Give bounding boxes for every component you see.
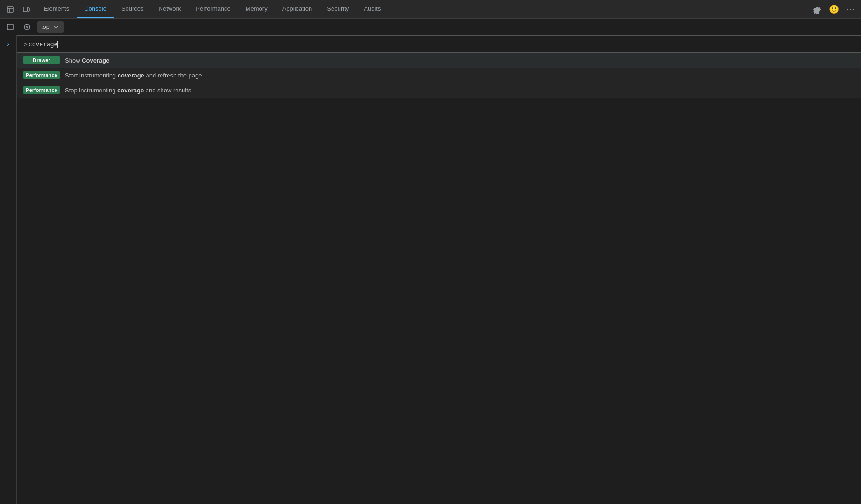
console-input-container: > coverage Drawer Show Coverage [17, 35, 861, 53]
console-prompt: > [24, 41, 28, 48]
tab-elements[interactable]: Elements [36, 0, 77, 18]
autocomplete-bold-2: coverage [117, 87, 144, 94]
left-sidebar: › [0, 35, 17, 504]
tab-application[interactable]: Application [275, 0, 320, 18]
svg-rect-3 [7, 24, 13, 30]
tab-performance[interactable]: Performance [188, 0, 238, 18]
svg-rect-2 [28, 8, 29, 11]
tab-memory[interactable]: Memory [238, 0, 275, 18]
tab-console[interactable]: Console [77, 0, 114, 18]
clear-console-btn[interactable] [21, 21, 34, 34]
inspect-icon-btn[interactable] [4, 3, 17, 16]
tabs-container: Elements Console Sources Network Perform… [36, 0, 388, 18]
context-value: top [41, 23, 49, 30]
svg-rect-1 [23, 7, 27, 12]
console-area: > coverage Drawer Show Coverage [17, 35, 861, 504]
autocomplete-desc-2: Stop instrumenting coverage and show res… [65, 87, 191, 94]
tab-security[interactable]: Security [319, 0, 356, 18]
settings-button[interactable] [811, 3, 824, 16]
autocomplete-desc-1: Start instrumenting coverage and refresh… [65, 72, 202, 79]
badge-performance-1: Performance [23, 71, 60, 79]
device-icon-btn[interactable] [20, 3, 33, 16]
autocomplete-item-1[interactable]: Performance Start instrumenting coverage… [17, 68, 861, 83]
drawer-toggle-icon [7, 23, 14, 31]
tab-network[interactable]: Network [151, 0, 189, 18]
console-input-display: > coverage [17, 35, 861, 53]
autocomplete-bold-1: coverage [118, 72, 144, 79]
devtools-icons [4, 3, 33, 16]
console-input-row: > coverage Drawer Show Coverage [17, 35, 861, 53]
cursor [57, 41, 58, 48]
emoji-button[interactable]: 🙂 [827, 3, 840, 16]
context-selector[interactable]: top [37, 21, 64, 33]
autocomplete-item-0[interactable]: Drawer Show Coverage [17, 53, 861, 68]
autocomplete-dropdown: Drawer Show Coverage Performance Start i… [17, 53, 861, 98]
main-content: › > coverage Drawer Show Coverage [0, 35, 861, 504]
gear-icon [813, 5, 821, 14]
more-icon: ⋯ [847, 4, 855, 14]
autocomplete-desc-0: Show Coverage [65, 57, 109, 64]
device-icon [22, 6, 30, 13]
autocomplete-item-2[interactable]: Performance Stop instrumenting coverage … [17, 83, 861, 98]
emoji-icon: 🙂 [829, 4, 839, 14]
svg-rect-0 [7, 7, 13, 12]
console-toolbar: top [0, 19, 861, 35]
tab-bar-right: 🙂 ⋯ [811, 3, 857, 16]
badge-performance-2: Performance [23, 86, 60, 94]
console-input-text: coverage [28, 41, 58, 48]
tab-audits[interactable]: Audits [356, 0, 388, 18]
expand-sidebar-btn[interactable]: › [4, 39, 13, 49]
inspect-icon [7, 6, 14, 13]
autocomplete-bold-0: Coverage [82, 57, 109, 64]
clear-icon [23, 23, 31, 31]
tab-sources[interactable]: Sources [114, 0, 151, 18]
chevron-down-icon [52, 23, 60, 31]
badge-drawer: Drawer [23, 56, 60, 64]
drawer-toggle-btn[interactable] [4, 21, 17, 34]
tab-bar: Elements Console Sources Network Perform… [0, 0, 861, 19]
more-options-button[interactable]: ⋯ [844, 3, 857, 16]
